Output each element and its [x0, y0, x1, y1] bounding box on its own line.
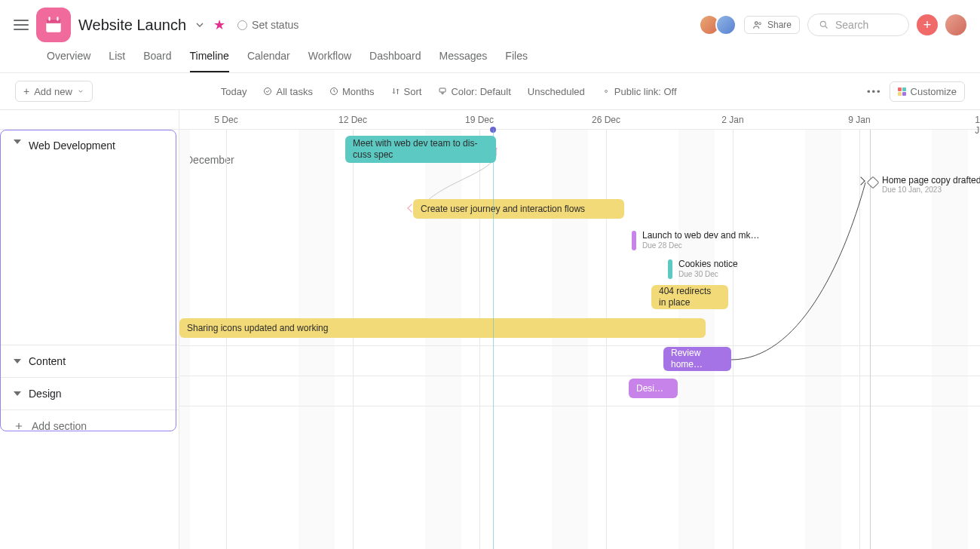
section-web-development[interactable]: Web Development	[0, 130, 179, 345]
color-button[interactable]: Color: Default	[438, 86, 510, 97]
svg-rect-2	[49, 17, 51, 20]
sort-icon	[391, 87, 400, 96]
set-status-label: Set status	[252, 19, 299, 31]
share-button[interactable]: Share	[744, 16, 800, 34]
chevron-down-icon	[77, 87, 84, 95]
task-cookies-notice[interactable]: Cookies notice Due 30 Dec	[668, 259, 738, 279]
add-section-button[interactable]: Add section	[0, 410, 179, 442]
svg-point-10	[605, 90, 607, 93]
date-label: 12 Dec	[338, 115, 367, 125]
all-tasks-filter[interactable]: All tasks	[263, 86, 312, 97]
customize-button[interactable]: Customize	[890, 81, 965, 102]
caret-down-icon	[14, 140, 21, 144]
project-tabs: Overview List Board Timeline Calendar Wo…	[0, 42, 980, 73]
plus-icon	[14, 421, 24, 431]
date-label: 26 Dec	[592, 115, 620, 125]
members-avatars[interactable]	[699, 14, 737, 35]
date-label: 2 Jan	[721, 115, 743, 125]
grid-icon	[898, 87, 906, 96]
task-sharing-icons[interactable]: Sharing icons updated and working	[179, 318, 706, 338]
paint-icon	[438, 87, 447, 96]
tab-dashboard[interactable]: Dashboard	[369, 50, 421, 72]
task-user-journey[interactable]: Create user journey and interaction flow…	[413, 199, 624, 219]
add-new-label: Add new	[34, 86, 72, 97]
svg-rect-9	[439, 88, 446, 92]
task-review-home[interactable]: Review home…	[663, 347, 731, 371]
svg-rect-1	[46, 19, 61, 23]
tab-workflow[interactable]: Workflow	[308, 50, 351, 72]
date-header: 5 Dec12 Dec19 Dec26 Dec2 Jan9 Jan16 J	[179, 110, 980, 130]
add-new-button[interactable]: + Add new	[15, 81, 93, 102]
color-pill	[632, 231, 636, 250]
svg-point-5	[758, 23, 761, 25]
star-icon[interactable]: ★	[213, 17, 225, 33]
date-label: 19 Dec	[465, 115, 494, 125]
link-icon	[602, 87, 611, 96]
caret-down-icon	[14, 391, 21, 396]
tab-list[interactable]: List	[109, 50, 125, 72]
dependency-arrow-icon	[856, 176, 865, 185]
tab-timeline[interactable]: Timeline	[190, 50, 229, 72]
color-pill	[668, 259, 672, 279]
section-design[interactable]: Design	[0, 378, 179, 410]
sort-button[interactable]: Sort	[391, 86, 422, 97]
search-input[interactable]: Search	[807, 14, 909, 36]
global-add-button[interactable]: +	[917, 14, 938, 35]
project-icon[interactable]	[36, 8, 71, 42]
search-icon	[819, 20, 829, 30]
menu-icon[interactable]	[14, 20, 29, 30]
more-icon[interactable]: •••	[867, 86, 882, 97]
date-label: 5 Dec	[214, 115, 237, 125]
today-line	[493, 130, 494, 549]
avatar	[715, 14, 737, 35]
project-title[interactable]: Website Launch	[78, 17, 186, 34]
people-icon	[752, 20, 763, 30]
timeline-toolbar: + Add new Today All tasks Months Sort Co…	[0, 73, 980, 110]
public-link-button[interactable]: Public link: Off	[602, 86, 677, 97]
milestone-home-page-copy[interactable]: Home page copy drafted Due 10 Jan, 2023	[868, 178, 877, 187]
svg-point-6	[820, 21, 825, 26]
section-content[interactable]: Content	[0, 345, 179, 378]
tab-calendar[interactable]: Calendar	[247, 50, 290, 72]
date-label: 16 J	[975, 115, 980, 136]
current-user-avatar[interactable]	[945, 14, 966, 35]
task-404-redirects[interactable]: 404 redirects in place	[651, 285, 728, 309]
zoom-months[interactable]: Months	[329, 86, 375, 97]
svg-point-7	[265, 88, 271, 95]
date-label: 9 Jan	[848, 115, 870, 125]
status-circle-icon	[237, 20, 247, 30]
today-button[interactable]: Today	[221, 86, 247, 97]
set-status-button[interactable]: Set status	[237, 19, 299, 31]
svg-point-4	[755, 22, 758, 25]
sections-sidebar: Web Development Content Design Add secti…	[0, 110, 179, 549]
unscheduled-button[interactable]: Unscheduled	[528, 86, 585, 97]
chevron-down-icon[interactable]	[194, 19, 206, 31]
tab-messages[interactable]: Messages	[439, 50, 488, 72]
timeline-canvas[interactable]: 5 Dec12 Dec19 Dec26 Dec2 Jan9 Jan16 J Me…	[179, 110, 980, 549]
share-label: Share	[767, 20, 792, 30]
diamond-icon	[867, 176, 880, 189]
top-header: Website Launch ★ Set status Share Search…	[0, 0, 980, 42]
svg-rect-3	[57, 17, 58, 20]
task-design-trunc[interactable]: Desi…	[629, 379, 678, 398]
task-launch-mktg[interactable]: Launch to web dev and mk… Due 28 Dec	[632, 231, 759, 250]
search-placeholder: Search	[835, 19, 868, 31]
task-meet-web-dev[interactable]: Meet with web dev team to dis­cuss spec	[345, 136, 496, 163]
caret-down-icon	[14, 359, 21, 363]
calendar-icon	[329, 87, 338, 96]
checkcircle-icon	[263, 87, 272, 96]
tab-files[interactable]: Files	[505, 50, 528, 72]
tab-board[interactable]: Board	[143, 50, 171, 72]
tab-overview[interactable]: Overview	[47, 50, 90, 72]
